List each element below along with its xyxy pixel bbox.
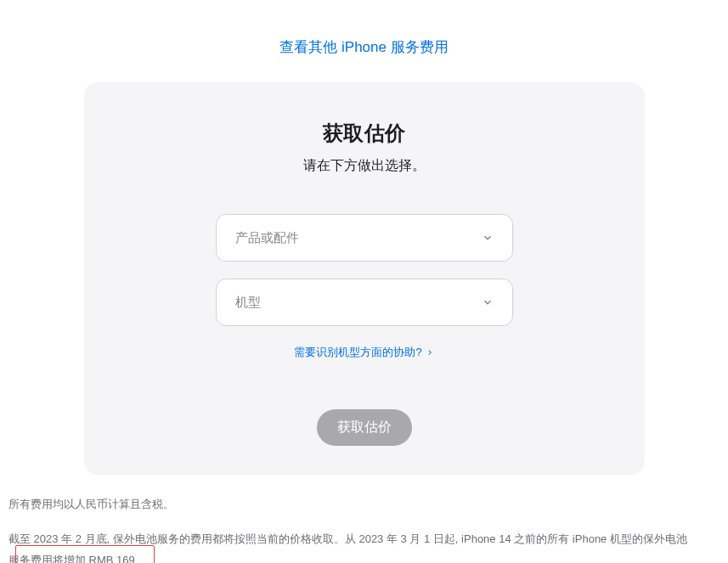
model-select[interactable]: 机型 bbox=[216, 279, 513, 326]
footer: 所有费用均以人民币计算且含税。 截至 2023 年 2 月底, 保外电池服务的费… bbox=[0, 475, 697, 563]
help-link-text: 需要识别机型方面的协助? bbox=[294, 345, 421, 360]
chevron-down-icon bbox=[482, 296, 494, 308]
identify-model-help-link[interactable]: 需要识别机型方面的协助? bbox=[294, 345, 433, 360]
footer-tax-note: 所有费用均以人民币计算且含税。 bbox=[8, 495, 688, 514]
other-service-fees-link[interactable]: 查看其他 iPhone 服务费用 bbox=[0, 0, 728, 82]
card-title: 获取估价 bbox=[118, 120, 611, 147]
footer-price-change-note: 截至 2023 年 2 月底, 保外电池服务的费用都将按照当前的价格收取。从 2… bbox=[8, 529, 688, 563]
product-select-placeholder: 产品或配件 bbox=[235, 230, 482, 246]
card-subtitle: 请在下方做出选择。 bbox=[118, 157, 611, 175]
chevron-down-icon bbox=[482, 232, 494, 244]
estimate-card: 获取估价 请在下方做出选择。 产品或配件 机型 需要识别机型方面的协助? 获取估… bbox=[84, 82, 645, 475]
chevron-right-icon bbox=[426, 348, 434, 357]
product-select[interactable]: 产品或配件 bbox=[216, 214, 513, 262]
model-select-placeholder: 机型 bbox=[235, 295, 482, 311]
get-estimate-button[interactable]: 获取估价 bbox=[317, 409, 412, 446]
